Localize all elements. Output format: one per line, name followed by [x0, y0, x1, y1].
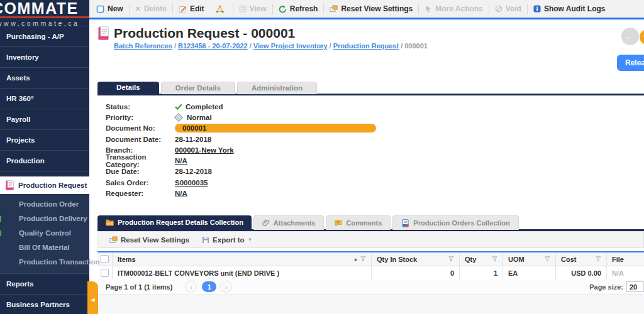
edit-button[interactable]: Edit [173, 0, 210, 18]
workflow-button[interactable] [210, 0, 233, 18]
export-to-button[interactable]: Export to ▾ [197, 232, 257, 247]
delete-icon: ✕ [135, 5, 141, 13]
field-row-document-date: Document Date: 28-11-2018 [106, 134, 376, 144]
sidebar-item-production-request[interactable]: Production Request [0, 176, 89, 194]
reset-view-icon [330, 5, 338, 13]
sales-order-link[interactable]: S0000035 [175, 179, 208, 187]
tab-production-orders-collection[interactable]: Production Orders Collection [392, 215, 518, 230]
next-page-button[interactable]: › [220, 281, 232, 293]
tab-attachments[interactable]: Attachments [253, 215, 325, 230]
tab-administration[interactable]: Administration [237, 82, 317, 94]
sidebar-item-production-order[interactable]: Production Order [0, 197, 89, 212]
brand-logo[interactable]: COMMATE www.commate.ca [0, 0, 89, 26]
refresh-icon [279, 5, 287, 13]
top-toolbar: New ✕ Delete Edit View Refresh Reset [89, 0, 644, 19]
sidebar-item-quality-control[interactable]: Quality Control [0, 226, 89, 241]
attachment-icon [262, 219, 270, 227]
comments-icon [335, 219, 342, 227]
details-collection-grid: Items ▲ Qty In Stock Qty UOM [97, 251, 644, 280]
breadcrumb-link-production-request[interactable]: Production Request [333, 42, 399, 50]
table-row[interactable]: ITM000012-BELT CONVEYORS unit (END DRIVE… [97, 266, 644, 280]
cell-file: N/A [612, 269, 624, 277]
column-header-file[interactable]: File [612, 256, 624, 263]
requester-link[interactable]: N/A [175, 190, 187, 197]
page-size-input[interactable] [626, 281, 644, 292]
sidebar-item-business-partners[interactable]: Business Partners [0, 294, 89, 314]
tab-comments[interactable]: Comments [326, 215, 391, 230]
breadcrumb: Batch References/B123456 - 20-07-2022/Vi… [114, 42, 428, 50]
production-request-doc-icon [6, 180, 14, 190]
edge-action-button[interactable] [640, 30, 644, 45]
column-header-qty[interactable]: Qty [465, 256, 476, 263]
sidebar-item-reports[interactable]: Reports [0, 273, 89, 294]
filter-icon[interactable] [448, 256, 454, 262]
reset-view-settings-button[interactable]: Reset View Settings [324, 0, 418, 18]
sort-ascending-icon[interactable]: ▲ [353, 257, 358, 261]
tab-order-details[interactable]: Order Details [161, 82, 235, 94]
page-header: Production Request - 000001 [98, 26, 295, 41]
sidebar-collapse-button[interactable]: ◀ [87, 281, 98, 314]
edit-icon [179, 5, 187, 13]
show-audit-logs-button[interactable]: Show Audit Logs [528, 0, 611, 18]
sidebar-item-production[interactable]: Production [0, 150, 89, 171]
collection-tab-label: Comments [346, 219, 382, 227]
brand-website: www.commate.ca [0, 18, 89, 26]
prev-page-button[interactable]: ‹ [185, 281, 197, 293]
sidebar-item-payroll[interactable]: Payroll [0, 109, 89, 129]
column-header-cost[interactable]: Cost [561, 256, 576, 263]
new-button[interactable]: New [91, 0, 129, 18]
branch-link[interactable]: 000001-New York [175, 146, 234, 154]
sidebar-item-inventory[interactable]: Inventory [0, 46, 89, 67]
new-label: New [108, 4, 123, 13]
delete-button[interactable]: ✕ Delete [130, 0, 172, 18]
reset-view-label: Reset View Settings [341, 4, 413, 13]
detail-tabs: Details Order Details Administration [97, 82, 317, 94]
column-header-items[interactable]: Items [118, 256, 136, 263]
sidebar-item-production-transaction[interactable]: Production Transaction [0, 255, 89, 269]
refresh-button[interactable]: Refresh [273, 0, 324, 18]
breadcrumb-link-batch-references[interactable]: Batch References [114, 42, 172, 50]
more-actions-label: More Actions [435, 4, 483, 13]
tab-details[interactable]: Details [97, 82, 159, 94]
filter-icon[interactable] [492, 256, 497, 262]
tab-production-request-details-collection[interactable]: Production Request Details Collection [97, 215, 252, 229]
filter-icon[interactable] [360, 256, 366, 262]
sidebar-item-hr-360[interactable]: HR 360° [0, 88, 89, 109]
main-area: New ✕ Delete Edit View Refresh Reset [89, 0, 644, 314]
collection-tab-label: Production Request Details Collection [118, 219, 243, 226]
more-actions-icon [425, 5, 432, 13]
collection-tab-label: Attachments [274, 219, 316, 227]
pagination-bar: Page 1 of 1 (1 items) ‹ 1 › Page size: [97, 279, 644, 295]
more-actions-button[interactable]: More Actions [419, 0, 489, 18]
current-page-button[interactable]: 1 [202, 281, 216, 292]
filter-icon[interactable] [596, 256, 601, 262]
sidebar-divider [0, 171, 89, 176]
select-all-checkbox[interactable] [101, 255, 109, 263]
sidebar-item-bill-of-material[interactable]: Bill Of Material [0, 241, 89, 255]
due-date-value: 28-12-2018 [175, 168, 212, 175]
field-label: Branch: [106, 146, 175, 154]
sidebar-item-purchasing-ap[interactable]: Purchasing - A/P [0, 26, 89, 46]
column-header-qty-in-stock[interactable]: Qty In Stock [377, 256, 417, 263]
back-button[interactable]: ← [621, 28, 639, 45]
audit-logs-icon [533, 5, 541, 13]
void-button[interactable]: Void [489, 0, 527, 18]
filter-icon[interactable] [545, 256, 550, 262]
breadcrumb-separator: / [330, 42, 331, 50]
brand-logo-text: COMMATE [0, 0, 89, 16]
transaction-category-link[interactable]: N/A [175, 157, 187, 165]
sidebar-item-assets[interactable]: Assets [0, 67, 89, 88]
breadcrumb-link-batch-number[interactable]: B123456 - 20-07-2022 [178, 42, 248, 50]
view-button[interactable]: View [233, 0, 272, 18]
field-label: Transaction Category: [106, 153, 175, 168]
breadcrumb-current: 000001 [404, 42, 428, 50]
row-checkbox[interactable] [101, 269, 109, 277]
release-button[interactable]: Release [617, 55, 644, 71]
field-row-requester: Requester: N/A [106, 188, 376, 198]
column-header-uom[interactable]: UOM [508, 256, 525, 263]
sidebar-item-production-delivery[interactable]: Production Delivery [0, 212, 89, 226]
breadcrumb-link-view-project-inventory[interactable]: View Project Inventory [253, 42, 328, 50]
field-label: Document No: [106, 124, 175, 132]
sidebar-item-projects[interactable]: Projects [0, 129, 89, 150]
grid-reset-view-settings-button[interactable]: Reset View Settings [104, 232, 194, 247]
